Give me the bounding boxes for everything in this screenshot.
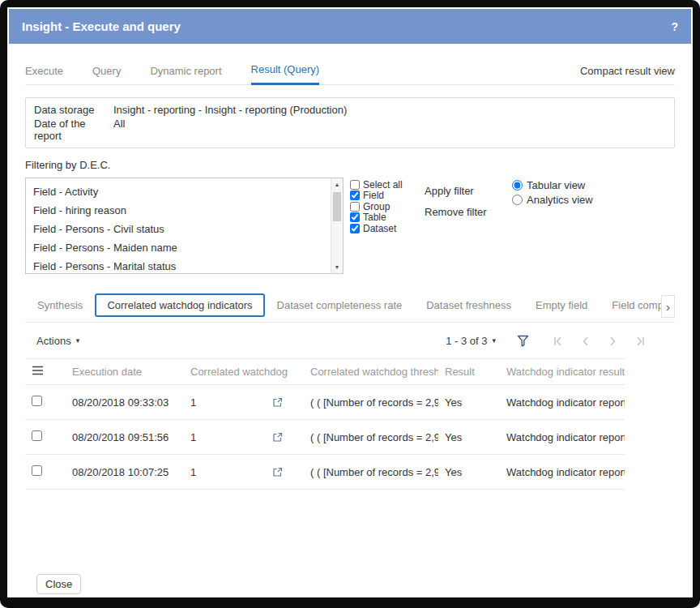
- open-watchdog-icon[interactable]: [272, 432, 283, 443]
- chevron-down-icon: ▾: [492, 337, 496, 345]
- watchdog-report-label: Watchdog indicator report: [506, 431, 625, 443]
- checkbox-table[interactable]: Table: [350, 212, 415, 224]
- tab-query[interactable]: Query: [92, 65, 121, 84]
- info-row-data-storage: Data storage Insight - reporting - Insig…: [34, 104, 666, 116]
- list-item[interactable]: Field - Persons - Maiden name: [26, 238, 343, 257]
- pagination-count-label: 1 - 3 of 3: [446, 335, 487, 347]
- watchdog-report-link[interactable]: Watchdog indicator report: [506, 431, 618, 443]
- correlated-watchdog-value: 1: [190, 466, 196, 478]
- scrollbar-thumb[interactable]: [333, 192, 341, 221]
- filtering-by-dec-label: Filtering by D.E.C.: [25, 159, 675, 171]
- pagination: 1 - 3 of 3 ▾: [446, 335, 646, 347]
- tab-execute[interactable]: Execute: [25, 65, 63, 84]
- window-titlebar: Insight - Execute and query ?: [9, 9, 691, 44]
- result-cell: Yes: [438, 420, 500, 455]
- watchdog-report-link[interactable]: Watchdog indicator report: [506, 396, 618, 409]
- analytics-view-option[interactable]: Analytics view: [512, 194, 593, 206]
- select-all-label: Select all: [363, 179, 403, 191]
- rtab-empty-field[interactable]: Empty field: [523, 293, 600, 317]
- correlated-watchdog-cell: 1: [190, 431, 297, 443]
- dataset-checkbox[interactable]: [350, 224, 360, 233]
- last-page-icon[interactable]: [634, 336, 646, 347]
- actions-dropdown[interactable]: Actions ▾: [36, 335, 79, 347]
- first-page-icon[interactable]: [552, 336, 563, 347]
- checkbox-field[interactable]: Field: [350, 191, 415, 202]
- watchdog-report-link[interactable]: Watchdog indicator report: [506, 466, 618, 478]
- results-table: Execution date Correlated watchdog Corre…: [25, 358, 625, 490]
- screenshot-frame: Insight - Execute and query ? Execute Qu…: [0, 0, 700, 608]
- col-correlated-watchdog-threshold: Correlated watchdog thresho: [304, 359, 438, 385]
- apply-filter-button[interactable]: Apply filter: [425, 185, 494, 197]
- group-checkbox[interactable]: [350, 202, 360, 212]
- dec-listbox[interactable]: Field - Activity Field - hiring reason F…: [25, 178, 344, 274]
- rtab-dataset-freshness[interactable]: Dataset freshness: [414, 293, 523, 317]
- select-all-checkbox[interactable]: [350, 180, 360, 190]
- close-button[interactable]: Close: [36, 574, 81, 594]
- open-watchdog-icon[interactable]: [272, 397, 283, 408]
- tabular-view-radio[interactable]: [512, 180, 523, 191]
- previous-page-icon[interactable]: [579, 336, 591, 347]
- listbox-scrollbar[interactable]: ▲ ▼: [331, 178, 343, 273]
- list-item[interactable]: Field - hiring reason: [26, 201, 343, 220]
- help-button[interactable]: ?: [671, 20, 678, 33]
- correlated-watchdog-cell: 1: [190, 396, 297, 409]
- row-checkbox[interactable]: [32, 396, 42, 406]
- data-storage-value: Insight - reporting - Insight - reportin…: [113, 104, 347, 116]
- results-toolbar: Actions ▾ 1 - 3 of 3 ▾: [25, 335, 675, 347]
- tab-scroll-right-icon[interactable]: ›: [661, 295, 675, 318]
- report-info-box: Data storage Insight - reporting - Insig…: [25, 97, 675, 148]
- col-result: Result: [438, 359, 500, 385]
- analytics-view-label: Analytics view: [527, 194, 593, 206]
- scrollbar-track[interactable]: [331, 191, 343, 261]
- checkbox-dataset[interactable]: Dataset: [350, 223, 415, 234]
- open-watchdog-icon[interactable]: [272, 467, 283, 477]
- col-execution-date: Execution date: [66, 359, 184, 385]
- rtab-dataset-completeness-rate[interactable]: Dataset completeness rate: [265, 293, 415, 317]
- analytics-view-radio[interactable]: [512, 195, 523, 205]
- rtab-correlated-watchdog-indicators[interactable]: Correlated watchdog indicators: [95, 293, 264, 317]
- list-item[interactable]: Field - Activity: [26, 182, 343, 201]
- pagination-count-dropdown[interactable]: 1 - 3 of 3 ▾: [446, 335, 496, 347]
- actions-label: Actions: [36, 335, 71, 347]
- checkbox-select-all[interactable]: Select all: [350, 179, 415, 191]
- row-checkbox[interactable]: [32, 465, 42, 476]
- list-item[interactable]: Field - Persons - Civil status: [26, 220, 343, 238]
- tabular-view-option[interactable]: Tabular view: [512, 179, 593, 191]
- next-page-icon[interactable]: [607, 336, 618, 347]
- group-label: Group: [363, 201, 390, 212]
- field-label: Field: [363, 190, 384, 201]
- tab-dynamic-report[interactable]: Dynamic report: [150, 65, 221, 84]
- correlated-watchdog-value: 1: [190, 431, 196, 443]
- filter-funnel-icon[interactable]: [517, 335, 529, 347]
- col-correlated-watchdog: Correlated watchdog: [184, 359, 304, 385]
- execution-date-cell: 08/20/2018 10:07:25: [66, 455, 184, 490]
- data-storage-label: Data storage: [34, 104, 113, 116]
- tabular-view-label: Tabular view: [527, 179, 585, 191]
- column-menu-icon[interactable]: [32, 366, 44, 375]
- checkbox-group[interactable]: Group: [350, 201, 415, 212]
- correlated-watchdog-value: 1: [190, 396, 196, 409]
- table-row: 08/20/2018 10:07:25 1 ( ( [Number of rec…: [25, 455, 625, 490]
- scroll-up-icon[interactable]: ▲: [331, 178, 343, 191]
- table-label: Table: [363, 212, 386, 223]
- field-checkbox[interactable]: [350, 191, 360, 200]
- insight-dialog: Insight - Execute and query ? Execute Qu…: [7, 7, 693, 597]
- pagination-buttons: [552, 336, 646, 347]
- rtab-synthesis[interactable]: Synthesis: [25, 293, 95, 317]
- tab-result-query[interactable]: Result (Query): [251, 63, 320, 85]
- compact-result-view-link[interactable]: Compact result view: [580, 65, 675, 84]
- row-checkbox[interactable]: [32, 430, 42, 441]
- threshold-cell: ( ( [Number of records = 2,92: [304, 420, 438, 455]
- view-mode-radios: Tabular view Analytics view: [512, 178, 593, 208]
- list-item[interactable]: Field - Persons - Marital status: [26, 257, 343, 274]
- table-checkbox[interactable]: [350, 212, 360, 222]
- result-tabbar: Synthesis Correlated watchdog indicators…: [25, 293, 675, 323]
- remove-filter-button[interactable]: Remove filter: [425, 206, 494, 218]
- watchdog-report-label: Watchdog indicator report: [506, 396, 625, 409]
- main-tabbar: Execute Query Dynamic report Result (Que…: [25, 63, 675, 85]
- filter-action-links: Apply filter Remove filter: [425, 178, 494, 218]
- table-row: 08/20/2018 09:51:56 1 ( ( [Number of rec…: [25, 420, 625, 455]
- filter-type-checkboxes: Select all Field Group Table: [350, 178, 415, 234]
- threshold-cell: ( ( [Number of records = 2,92: [304, 455, 438, 490]
- scroll-down-icon[interactable]: ▼: [331, 261, 343, 273]
